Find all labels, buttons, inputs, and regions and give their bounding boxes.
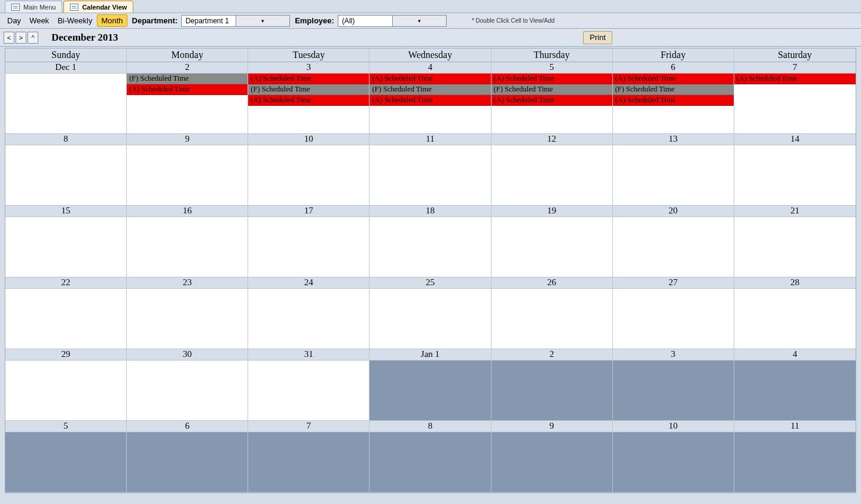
event-item[interactable]: (A) Scheduled Time <box>248 95 369 106</box>
calendar-cell[interactable]: 4(A) Scheduled Time(F) Scheduled Time(A)… <box>370 62 491 134</box>
date-label: Jan 1 <box>370 349 490 361</box>
employee-combo[interactable]: (All) ▾ <box>338 15 447 27</box>
events-area <box>734 289 856 349</box>
calendar-cell[interactable]: 13 <box>613 134 734 206</box>
window-tabs: Main Menu Calendar View <box>0 0 861 13</box>
event-item[interactable]: (A) Scheduled Time <box>491 74 612 84</box>
nav-today-button[interactable]: ^ <box>28 32 38 44</box>
calendar-cell[interactable]: 8 <box>5 134 127 206</box>
date-label: 2 <box>127 62 248 74</box>
events-area <box>248 361 369 420</box>
event-item[interactable]: (F) Scheduled Time <box>370 84 490 95</box>
tab-calendar-view[interactable]: Calendar View <box>63 1 133 13</box>
events-area <box>734 361 856 420</box>
events-area <box>613 432 734 492</box>
events-area <box>370 432 490 492</box>
date-label: 9 <box>491 421 612 432</box>
month-title: December 2013 <box>51 32 118 44</box>
date-label: 30 <box>127 349 248 361</box>
calendar-cell[interactable]: 3 <box>613 349 734 421</box>
calendar-cell[interactable]: 19 <box>491 206 613 277</box>
calendar-cell[interactable]: 3(A) Scheduled Time(F) Scheduled Time(A)… <box>248 62 370 134</box>
calendar-cell[interactable]: 16 <box>127 206 248 277</box>
calendar-cell[interactable]: 6(A) Scheduled Time(F) Scheduled Time(A)… <box>613 62 734 134</box>
calendar-cell[interactable]: 29 <box>5 349 127 421</box>
calendar-cell[interactable]: 10 <box>613 421 734 493</box>
calendar-cell[interactable]: 11 <box>734 421 856 493</box>
events-area <box>248 289 369 349</box>
calendar-cell[interactable]: 4 <box>734 349 856 421</box>
calendar-cell[interactable]: 10 <box>248 134 370 206</box>
events-area <box>370 289 490 349</box>
calendar-cell[interactable]: 11 <box>370 134 491 206</box>
date-label: 3 <box>613 349 734 361</box>
calendar-cell[interactable]: 25 <box>370 277 491 349</box>
department-combo[interactable]: Department 1 ▾ <box>181 15 290 27</box>
events-area <box>5 432 126 492</box>
calendar-cell[interactable]: 7 <box>248 421 370 493</box>
events-area <box>5 145 126 205</box>
tab-calendar-view-label: Calendar View <box>82 4 127 11</box>
events-area <box>370 361 490 420</box>
view-month-button[interactable]: Month <box>97 14 127 27</box>
calendar-cell[interactable]: 28 <box>734 277 856 349</box>
calendar-cell[interactable]: 9 <box>127 134 248 206</box>
calendar-cell[interactable]: 8 <box>370 421 491 493</box>
event-item[interactable]: (F) Scheduled Time <box>491 84 612 95</box>
calendar-cell[interactable]: 24 <box>248 277 370 349</box>
event-item[interactable]: (A) Scheduled Time <box>370 74 490 84</box>
calendar-cell[interactable]: 26 <box>491 277 613 349</box>
calendar-cell[interactable]: 6 <box>127 421 248 493</box>
date-label: 29 <box>5 349 126 361</box>
calendar-cell[interactable]: 27 <box>613 277 734 349</box>
dow-saturday: Saturday <box>734 48 856 62</box>
calendar-header: Sunday Monday Tuesday Wednesday Thursday… <box>5 48 856 62</box>
calendar-cell[interactable]: 31 <box>248 349 370 421</box>
view-day-button[interactable]: Day <box>4 15 25 26</box>
calendar-cell[interactable]: 5(A) Scheduled Time(F) Scheduled Time(A)… <box>491 62 613 134</box>
event-item[interactable]: (A) Scheduled Time <box>734 74 856 84</box>
calendar-cell[interactable]: 12 <box>491 134 613 206</box>
calendar-cell[interactable]: 2(F) Scheduled Time(A) Scheduled Time <box>127 62 248 134</box>
event-item[interactable]: (A) Scheduled Time <box>613 95 734 106</box>
event-item[interactable]: (A) Scheduled Time <box>370 95 490 106</box>
calendar-cell[interactable]: 9 <box>491 421 613 493</box>
calendar-cell[interactable]: 2 <box>491 349 613 421</box>
calendar-cell[interactable]: Dec 1 <box>5 62 127 134</box>
calendar-cell[interactable]: 7(A) Scheduled Time <box>734 62 856 134</box>
view-biweekly-button[interactable]: Bi-Weekly <box>54 15 96 26</box>
event-item[interactable]: (F) Scheduled Time <box>613 84 734 95</box>
event-item[interactable]: (A) Scheduled Time <box>127 84 248 95</box>
calendar-cell[interactable]: 21 <box>734 206 856 277</box>
calendar-cell[interactable]: 15 <box>5 206 127 277</box>
tab-main-menu[interactable]: Main Menu <box>5 1 62 13</box>
calendar-cell[interactable]: 23 <box>127 277 248 349</box>
nav-prev-button[interactable]: < <box>4 32 14 44</box>
view-week-button[interactable]: Week <box>26 15 53 26</box>
calendar-cell[interactable]: 20 <box>613 206 734 277</box>
print-button[interactable]: Print <box>583 31 612 44</box>
date-label: 14 <box>734 134 856 145</box>
date-label: 28 <box>734 277 856 289</box>
events-area <box>5 361 126 420</box>
calendar-cell[interactable]: 18 <box>370 206 491 277</box>
employee-value: (All) <box>338 17 392 25</box>
event-item[interactable]: (A) Scheduled Time <box>248 74 369 84</box>
date-label: 4 <box>370 62 490 74</box>
event-item[interactable]: (A) Scheduled Time <box>491 95 612 106</box>
calendar-cell[interactable]: 30 <box>127 349 248 421</box>
event-item[interactable]: (F) Scheduled Time <box>248 84 369 95</box>
event-item[interactable]: (F) Scheduled Time <box>127 74 248 84</box>
events-area <box>127 432 248 492</box>
events-area: (A) Scheduled Time(F) Scheduled Time(A) … <box>613 74 734 133</box>
date-label: 27 <box>613 277 734 289</box>
calendar-cell[interactable]: 17 <box>248 206 370 277</box>
calendar: Sunday Monday Tuesday Wednesday Thursday… <box>0 48 861 493</box>
calendar-cell[interactable]: Jan 1 <box>370 349 491 421</box>
calendar-cell[interactable]: 14 <box>734 134 856 206</box>
calendar-cell[interactable]: 22 <box>5 277 127 349</box>
nav-next-button[interactable]: > <box>16 32 26 44</box>
calendar-cell[interactable]: 5 <box>5 421 127 493</box>
events-area <box>370 217 490 277</box>
event-item[interactable]: (A) Scheduled Time <box>613 74 734 84</box>
